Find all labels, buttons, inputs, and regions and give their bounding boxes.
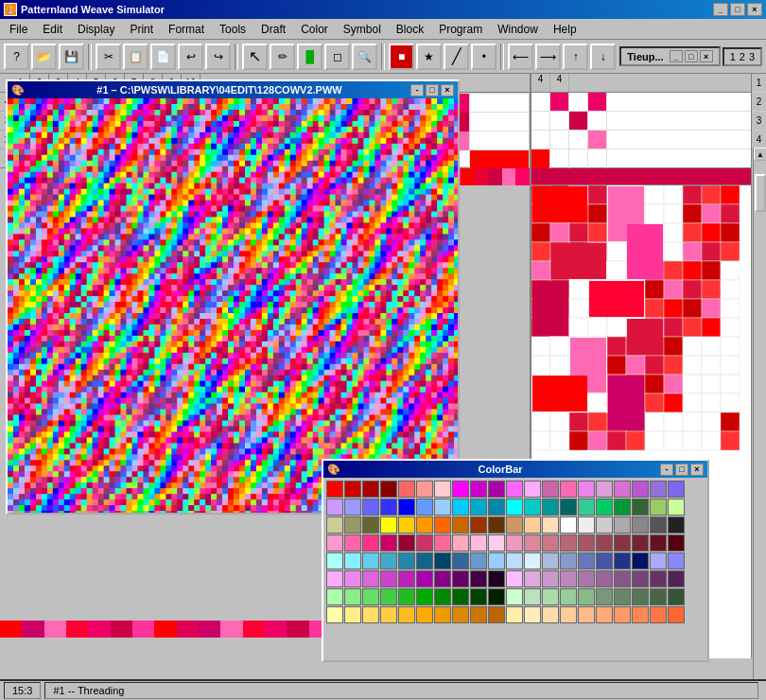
color-swatch[interactable] (326, 499, 343, 516)
color-swatch[interactable] (542, 606, 559, 623)
color-swatch[interactable] (344, 588, 361, 605)
arrow-up-button[interactable]: ↑ (563, 44, 588, 70)
tieup-minimize[interactable]: _ (670, 50, 683, 62)
tieup-close[interactable]: × (700, 50, 713, 62)
menu-window[interactable]: Window (490, 21, 546, 38)
point-button[interactable]: • (471, 44, 496, 70)
zoom-button[interactable]: 🔍 (352, 44, 377, 70)
color-swatch[interactable] (524, 481, 541, 498)
color-swatch[interactable] (470, 588, 487, 605)
color-swatch[interactable] (344, 481, 361, 498)
color-swatch[interactable] (542, 499, 559, 516)
color-swatch[interactable] (326, 481, 343, 498)
color-swatch[interactable] (506, 570, 523, 587)
color-swatch[interactable] (578, 534, 595, 551)
color-swatch[interactable] (398, 588, 415, 605)
color-swatch[interactable] (488, 552, 505, 569)
menu-help[interactable]: Help (546, 21, 584, 38)
color-swatch[interactable] (488, 499, 505, 516)
menu-edit[interactable]: Edit (35, 21, 70, 38)
color-swatch[interactable] (632, 570, 649, 587)
color-swatch[interactable] (578, 481, 595, 498)
color-swatch[interactable] (344, 516, 361, 534)
colorbar-maximize[interactable]: □ (675, 464, 688, 476)
color-swatch[interactable] (578, 499, 595, 516)
color-swatch[interactable] (452, 570, 469, 587)
weave-pattern-canvas[interactable] (8, 98, 458, 513)
t-cell[interactable] (470, 94, 529, 113)
drawdown-pattern-canvas[interactable] (531, 185, 755, 460)
color-swatch[interactable] (506, 588, 523, 605)
color-swatch[interactable] (596, 534, 613, 551)
menu-block[interactable]: Block (389, 21, 431, 38)
color-swatch[interactable] (560, 516, 577, 534)
vertical-scrollbar[interactable]: ▲ ▼ (753, 148, 766, 700)
menu-file[interactable]: File (2, 21, 35, 38)
color-swatch[interactable] (560, 606, 577, 623)
menu-print[interactable]: Print (122, 21, 161, 38)
color-swatch[interactable] (470, 499, 487, 516)
color-swatch[interactable] (362, 588, 379, 605)
color-swatch[interactable] (470, 570, 487, 587)
color-swatch[interactable] (596, 481, 613, 498)
color-swatch[interactable] (380, 481, 397, 498)
menu-display[interactable]: Display (70, 21, 122, 38)
color-swatch[interactable] (614, 570, 631, 587)
color-swatch[interactable] (596, 552, 613, 569)
arrow-right-button[interactable]: ⟶ (535, 44, 561, 70)
dd-t-cell[interactable] (550, 93, 569, 111)
t-cell[interactable] (470, 150, 529, 169)
color-swatch[interactable] (362, 499, 379, 516)
dd-t-cell[interactable] (550, 149, 569, 168)
color-swatch[interactable] (380, 499, 397, 516)
minimize-button[interactable]: _ (713, 3, 728, 16)
color-swatch[interactable] (650, 606, 667, 623)
undo-button[interactable]: ↩ (178, 44, 203, 70)
color-swatch[interactable] (344, 570, 361, 587)
color-swatch[interactable] (434, 570, 451, 587)
color-swatch[interactable] (524, 570, 541, 587)
color-swatch[interactable] (614, 552, 631, 569)
color-swatch[interactable] (668, 552, 685, 569)
color-swatch[interactable] (398, 516, 415, 534)
color-swatch[interactable] (560, 552, 577, 569)
dd-t-cell[interactable] (569, 93, 588, 111)
dd-t-cell[interactable] (588, 93, 607, 111)
draw-button[interactable]: ✏ (270, 44, 295, 70)
color-swatch[interactable] (596, 499, 613, 516)
dd-t-cell[interactable] (607, 112, 766, 130)
color-swatch[interactable] (362, 552, 379, 569)
color-swatch[interactable] (434, 588, 451, 605)
menu-tools[interactable]: Tools (212, 21, 253, 38)
fill-button[interactable]: █ (297, 44, 322, 70)
color-swatch[interactable] (434, 481, 451, 498)
color-swatch[interactable] (506, 534, 523, 551)
color-swatch[interactable] (416, 534, 433, 551)
color-swatch[interactable] (380, 534, 397, 551)
color-swatch[interactable] (668, 516, 685, 534)
redo-button[interactable]: ↪ (205, 44, 231, 70)
paste-button[interactable]: 📄 (150, 44, 176, 70)
dd-t-cell[interactable] (588, 149, 607, 168)
color-swatch[interactable] (542, 570, 559, 587)
color-swatch[interactable] (470, 534, 487, 551)
arrow-left-button[interactable]: ⟵ (508, 44, 533, 70)
color-swatch[interactable] (506, 606, 523, 623)
color-swatch[interactable] (488, 606, 505, 623)
dd-t-cell[interactable] (569, 131, 588, 149)
color-swatch[interactable] (560, 481, 577, 498)
erase-button[interactable]: ◻ (324, 44, 350, 70)
line-button[interactable]: ╱ (444, 44, 469, 70)
color-swatch[interactable] (650, 534, 667, 551)
dd-t-cell[interactable] (607, 93, 766, 111)
color-swatch[interactable] (452, 499, 469, 516)
color-swatch[interactable] (542, 534, 559, 551)
color-swatch[interactable] (416, 499, 433, 516)
color-swatch[interactable] (650, 499, 667, 516)
color-swatch[interactable] (524, 552, 541, 569)
color-swatch[interactable] (650, 481, 667, 498)
color-swatch[interactable] (506, 499, 523, 516)
color-swatch[interactable] (596, 588, 613, 605)
color-swatch[interactable] (326, 534, 343, 551)
menu-draft[interactable]: Draft (253, 21, 293, 38)
